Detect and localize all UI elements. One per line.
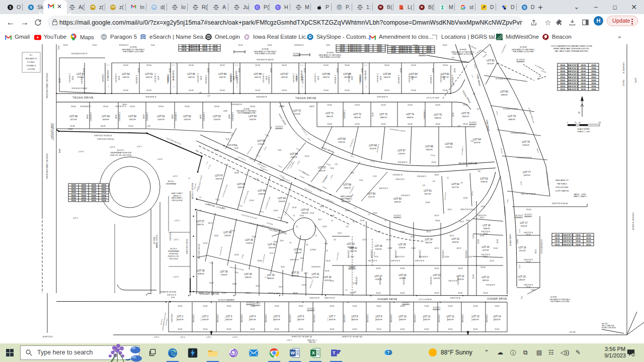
svg-text:95.00': 95.00': [171, 297, 175, 299]
svg-text:125.00: 125.00: [581, 64, 586, 66]
svg-text:135.00': 135.00': [157, 75, 159, 80]
svg-text:125.00: 125.00: [591, 88, 596, 90]
svg-text:L27: L27: [208, 95, 210, 97]
svg-text:115.00': 115.00': [324, 89, 329, 92]
svg-text:LOT 91: LOT 91: [145, 73, 153, 75]
svg-text:125.00': 125.00': [292, 207, 297, 209]
svg-text:104.19': 104.19': [143, 114, 145, 119]
svg-text:DEDICATED TO THE PUBLIC: DEDICATED TO THE PUBLIC: [318, 54, 342, 56]
svg-text:125.00': 125.00': [330, 305, 335, 307]
svg-text:135.00': 135.00': [493, 317, 495, 321]
svg-text:125.00': 125.00': [526, 234, 531, 236]
svg-text:N 89°27'22" E: N 89°27'22" E: [568, 67, 578, 69]
svg-text:125.00': 125.00': [214, 106, 220, 108]
svg-text:LOT 16: LOT 16: [519, 246, 526, 249]
svg-text:DEDICATED TO: DEDICATED TO: [555, 179, 569, 182]
svg-text:115.00': 115.00': [255, 89, 261, 92]
svg-text:DEDICATED TO THE PUBLIC: DEDICATED TO THE PUBLIC: [122, 49, 145, 51]
svg-text:N 89°27'23" W: N 89°27'23" W: [309, 297, 319, 299]
svg-text:LOT C = 75756 SF: LOT C = 75756 SF: [419, 299, 432, 301]
svg-text:1: 1: [632, 354, 634, 356]
svg-text:125.00': 125.00': [526, 286, 531, 288]
svg-text:14014 SF: 14014 SF: [268, 247, 275, 249]
svg-text:L28: L28: [473, 93, 475, 95]
svg-text:LOT 56: LOT 56: [290, 153, 298, 155]
svg-text:BLOCK 1: BLOCK 1: [117, 149, 124, 151]
svg-text:115.00': 115.00': [352, 328, 357, 330]
svg-text:135.00': 135.00': [238, 68, 240, 73]
svg-text:13755 SF: 13755 SF: [312, 277, 318, 279]
svg-text:125.00: 125.00: [586, 234, 591, 236]
svg-text:125.00: 125.00: [101, 192, 106, 194]
svg-text:34318 SF: 34318 SF: [215, 178, 222, 180]
svg-text:S 00°00'00" E: S 00°00'00" E: [409, 73, 411, 82]
svg-text:(N 89°27'22" W 2087.34'): (N 89°27'22" W 2087.34'): [342, 336, 363, 338]
svg-text:14938 SF: 14938 SF: [267, 278, 274, 280]
svg-text:LOT 4: LOT 4: [250, 315, 256, 318]
svg-text:125.00: 125.00: [576, 244, 581, 246]
svg-text:GINGERBREAD RIDGE SUB: GINGERBREAD RIDGE SUB: [110, 152, 131, 154]
svg-text:125.00: 125.00: [591, 70, 596, 72]
svg-text:LOT 66: LOT 66: [425, 145, 433, 148]
svg-text:125.89': 125.89': [322, 226, 327, 228]
svg-text:125.00: 125.00: [555, 240, 560, 242]
svg-text:125.00: 125.00: [71, 195, 76, 197]
svg-text:125.00: 125.00: [581, 73, 586, 75]
svg-text:134.68': 134.68': [214, 149, 219, 151]
svg-text:125.00': 125.00': [345, 210, 350, 212]
svg-text:73.06': 73.06': [350, 247, 354, 249]
svg-text:LOT 82: LOT 82: [441, 73, 449, 75]
svg-text:151.63': 151.63': [209, 282, 214, 284]
svg-text:135.00': 135.00': [398, 317, 400, 321]
svg-text:N 90°00'00" E: N 90°00'00" E: [256, 96, 267, 98]
svg-text:50' ROW: 50' ROW: [550, 296, 556, 298]
svg-text:MATCH SHEET 2: MATCH SHEET 2: [172, 197, 183, 199]
svg-text:N 00°32'38" E: N 00°32'38" E: [193, 314, 195, 322]
svg-text:29637 SF: 29637 SF: [350, 250, 357, 252]
svg-text:135.00': 135.00': [83, 68, 85, 73]
svg-text:1/4 SEC: 1/4 SEC: [634, 78, 636, 83]
svg-text:115.00': 115.00': [443, 89, 448, 92]
svg-text:C9: C9: [326, 250, 328, 252]
svg-text:135.00': 135.00': [375, 317, 376, 321]
svg-text:LOT 46: LOT 46: [237, 183, 245, 186]
svg-text:S 89°27'22" E: S 89°27'22" E: [395, 178, 404, 180]
svg-text:125.00': 125.00': [189, 64, 194, 66]
svg-text:N 89°27'22" E: N 89°27'22" E: [568, 85, 578, 87]
svg-text:115.00': 115.00': [458, 292, 463, 294]
svg-text:LOT 36: LOT 36: [197, 269, 205, 272]
svg-text:26306 SF: 26306 SF: [237, 187, 245, 189]
svg-text:113.15': 113.15': [412, 247, 416, 249]
svg-text:125.00': 125.00': [480, 217, 485, 219]
svg-text:S 00°00'00" E: S 00°00'00" E: [146, 112, 148, 121]
svg-text:LOT 13: LOT 13: [472, 315, 479, 318]
svg-text:14829 SF: 14829 SF: [145, 76, 152, 78]
svg-text:125.00': 125.00': [327, 123, 332, 125]
svg-text:C21: C21: [346, 226, 349, 228]
svg-text:29.00': 29.00': [466, 220, 470, 222]
svg-text:125.44': 125.44': [304, 155, 309, 157]
svg-text:125.00': 125.00': [526, 261, 531, 263]
svg-text:125.00': 125.00': [146, 64, 152, 66]
svg-text:151.86': 151.86': [70, 125, 75, 127]
svg-text:115.00': 115.00': [330, 328, 335, 330]
svg-text:S 89°27'22" E: S 89°27'22" E: [391, 260, 400, 262]
svg-text:115.00': 115.00': [203, 328, 208, 330]
svg-text:EASEMENT: EASEMENT: [275, 128, 283, 130]
svg-text:(PLAT DOC. NO.: (PLAT DOC. NO.: [168, 255, 179, 257]
svg-text:LOT: LOT: [108, 85, 109, 87]
svg-text:125.89': 125.89': [444, 256, 449, 258]
svg-text:125.00: 125.00: [581, 70, 586, 72]
svg-text:17843 SF: 17843 SF: [224, 235, 231, 237]
svg-text:LOT 75: LOT 75: [434, 114, 442, 116]
svg-text:125.00: 125.00: [591, 67, 596, 69]
svg-text:115.00': 115.00': [442, 44, 447, 46]
svg-text:LOT 4: LOT 4: [180, 336, 185, 338]
svg-text:18800 SF: 18800 SF: [326, 116, 333, 118]
svg-text:C4: C4: [293, 215, 295, 217]
svg-text:135.00': 135.00': [361, 68, 363, 73]
svg-text:LOT 64: LOT 64: [473, 138, 481, 141]
svg-text:135.00': 135.00': [207, 68, 209, 73]
svg-text:125.00: 125.00: [101, 189, 106, 191]
svg-text:135.00': 135.00': [400, 68, 402, 73]
